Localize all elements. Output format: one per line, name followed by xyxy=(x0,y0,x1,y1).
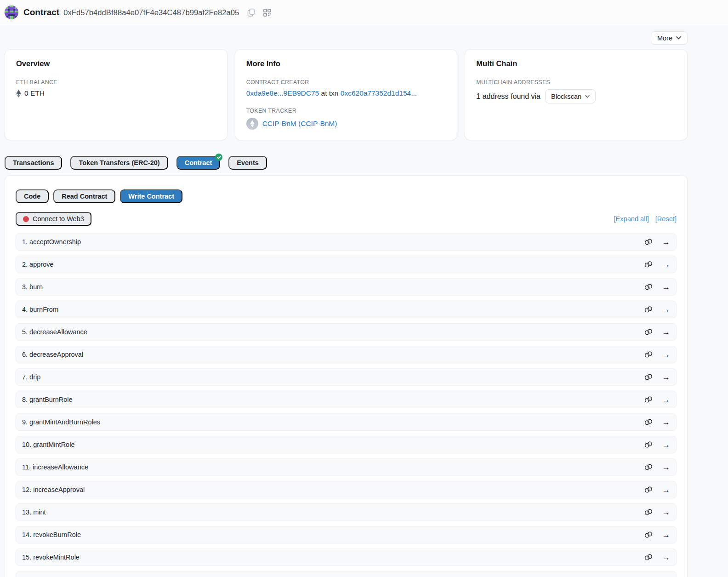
eth-balance-value: 0 ETH xyxy=(24,89,45,97)
permalink-rings-icon[interactable] xyxy=(644,441,653,448)
expand-arrow-icon[interactable]: → xyxy=(662,508,670,516)
function-row-label: 12. increaseApproval xyxy=(22,486,85,493)
function-row-label: 1. acceptOwnership xyxy=(22,238,81,246)
main-tab[interactable]: Token Transfers (ERC-20) xyxy=(70,156,168,170)
function-row[interactable]: 10. grantMintRole → xyxy=(16,436,677,453)
function-row[interactable]: 12. increaseApproval → xyxy=(16,481,677,498)
contract-blockie-avatar xyxy=(5,6,18,19)
permalink-rings-icon[interactable] xyxy=(644,464,653,470)
function-row[interactable]: 15. revokeMintRole → xyxy=(16,548,677,566)
permalink-rings-icon[interactable] xyxy=(644,554,653,560)
expand-arrow-icon[interactable]: → xyxy=(662,396,670,404)
expand-all-link[interactable]: [Expand all] xyxy=(614,215,649,223)
blockscan-dropdown-label: Blockscan xyxy=(551,93,581,100)
multi-chain-card-title: Multi Chain xyxy=(476,59,676,68)
main-tab-bar: Transactions Token Transfers (ERC-20) Co xyxy=(5,156,688,170)
function-row[interactable]: 13. mint → xyxy=(16,503,677,521)
function-row-label: 10. grantMintRole xyxy=(22,441,74,448)
permalink-rings-icon[interactable] xyxy=(644,239,653,245)
contract-panel: Code Read Contract Write Contract Connec… xyxy=(5,175,688,577)
contract-subtab-label: Code xyxy=(24,193,40,200)
expand-arrow-icon[interactable]: → xyxy=(662,418,670,426)
main-tab[interactable]: Transactions xyxy=(5,156,62,170)
function-row-label: 5. decreaseAllowance xyxy=(22,328,87,336)
permalink-rings-icon[interactable] xyxy=(644,261,653,268)
function-row[interactable]: 2. approve → xyxy=(16,256,677,273)
permalink-rings-icon[interactable] xyxy=(644,486,653,493)
function-row-partial[interactable] xyxy=(16,571,677,577)
expand-arrow-icon[interactable]: → xyxy=(662,463,670,471)
expand-arrow-icon[interactable]: → xyxy=(662,486,670,494)
function-row[interactable]: 4. burnFrom → xyxy=(16,301,677,318)
token-tracker-label: TOKEN TRACKER xyxy=(246,108,446,114)
chevron-down-icon xyxy=(585,95,590,98)
eth-balance-label: ETH BALANCE xyxy=(16,79,216,86)
permalink-rings-icon[interactable] xyxy=(644,396,653,403)
qr-code-icon[interactable] xyxy=(263,9,271,17)
multi-chain-card: Multi Chain MULTICHAIN ADDRESSES 1 addre… xyxy=(465,49,688,140)
permalink-rings-icon[interactable] xyxy=(644,329,653,335)
function-row-label: 4. burnFrom xyxy=(22,306,58,313)
main-tab-label: Events xyxy=(237,159,259,166)
expand-arrow-icon[interactable]: → xyxy=(662,441,670,449)
copy-address-icon[interactable] xyxy=(247,8,255,17)
connection-status-dot-icon xyxy=(23,216,29,222)
function-row[interactable]: 1. acceptOwnership → xyxy=(16,233,677,251)
expand-arrow-icon[interactable]: → xyxy=(662,351,670,359)
function-row[interactable]: 3. burn → xyxy=(16,278,677,296)
function-row[interactable]: 11. increaseAllowance → xyxy=(16,458,677,476)
contract-subtab[interactable]: Code xyxy=(16,189,49,203)
expand-arrow-icon[interactable]: → xyxy=(662,328,670,336)
more-info-card: More Info CONTRACT CREATOR 0xda9e8e...9E… xyxy=(235,49,458,140)
function-row[interactable]: 5. decreaseAllowance → xyxy=(16,323,677,341)
overview-card-title: Overview xyxy=(16,59,216,68)
permalink-rings-icon[interactable] xyxy=(644,531,653,538)
function-row[interactable]: 7. drip → xyxy=(16,368,677,386)
creator-txn-link[interactable]: 0xc620a77352d1d154... xyxy=(341,89,417,97)
expand-arrow-icon[interactable]: → xyxy=(662,283,670,291)
function-row-label: 14. revokeBurnRole xyxy=(22,531,81,538)
expand-arrow-icon[interactable]: → xyxy=(662,238,670,246)
creator-connector-text: at txn xyxy=(321,89,341,97)
permalink-rings-icon[interactable] xyxy=(644,306,653,313)
permalink-rings-icon[interactable] xyxy=(644,284,653,290)
more-info-card-title: More Info xyxy=(246,59,446,68)
expand-arrow-icon[interactable]: → xyxy=(662,306,670,314)
multichain-addresses-label: MULTICHAIN ADDRESSES xyxy=(476,79,676,86)
contract-subtab[interactable]: Write Contract xyxy=(120,189,182,203)
function-row[interactable]: 9. grantMintAndBurnRoles → xyxy=(16,413,677,431)
token-logo-icon xyxy=(246,118,258,130)
contract-address: 0xFd57b4ddBf88a4e07fF4e34C487b99af2Fe82a… xyxy=(63,8,239,17)
permalink-rings-icon[interactable] xyxy=(644,351,653,358)
function-row[interactable]: 14. revokeBurnRole → xyxy=(16,526,677,543)
connect-to-web3-button[interactable]: Connect to Web3 xyxy=(16,212,91,226)
permalink-rings-icon[interactable] xyxy=(644,374,653,380)
expand-arrow-icon[interactable]: → xyxy=(662,554,670,561)
creator-address-link[interactable]: 0xda9e8e...9EB9DC75 xyxy=(246,89,319,97)
expand-arrow-icon[interactable]: → xyxy=(662,531,670,539)
more-button-label: More xyxy=(657,34,672,42)
function-row-label: 11. increaseAllowance xyxy=(22,463,88,471)
more-button[interactable]: More xyxy=(651,31,688,45)
function-row[interactable]: 8. grantBurnRole → xyxy=(16,391,677,408)
reset-link[interactable]: [Reset] xyxy=(655,215,677,223)
blockscan-dropdown[interactable]: Blockscan xyxy=(545,89,596,103)
function-row-label: 15. revokeMintRole xyxy=(22,554,80,561)
multichain-found-text: 1 address found via xyxy=(476,92,540,101)
expand-arrow-icon[interactable]: → xyxy=(662,373,670,381)
token-tracker-link[interactable]: CCIP-BnM (CCIP-BnM) xyxy=(262,120,337,128)
function-row-label: 6. decreaseApproval xyxy=(22,351,83,358)
function-row[interactable]: 6. decreaseApproval → xyxy=(16,346,677,363)
main-tab-label: Contract xyxy=(185,159,212,166)
permalink-rings-icon[interactable] xyxy=(644,509,653,515)
permalink-rings-icon[interactable] xyxy=(644,419,653,425)
main-tab[interactable]: Events xyxy=(228,156,267,170)
overview-card: Overview ETH BALANCE 0 ETH xyxy=(5,49,228,140)
check-badge-icon xyxy=(215,154,222,161)
contract-subtab[interactable]: Read Contract xyxy=(53,189,115,203)
expand-arrow-icon[interactable]: → xyxy=(662,261,670,269)
write-function-list: 1. acceptOwnership → xyxy=(16,233,677,566)
main-tab[interactable]: Contract xyxy=(176,156,221,170)
eth-diamond-icon xyxy=(16,90,21,97)
main-tab-label: Token Transfers (ERC-20) xyxy=(79,159,159,166)
